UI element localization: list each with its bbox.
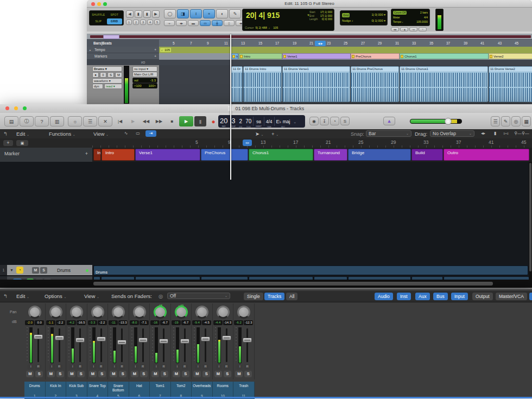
nudge-value[interactable]: 0| 1| 000 ▾ <box>372 18 386 24</box>
channel-strip[interactable]: -6.2 -12.3 I R <box>233 303 255 379</box>
fader-section[interactable] <box>108 327 129 363</box>
fader-cap[interactable] <box>222 335 231 340</box>
arrangement-marker[interactable]: PreChorus <box>201 149 248 161</box>
channel-type-filter-button[interactable]: Master/VCA <box>496 293 527 300</box>
audio-clip[interactable]: 11 Drums PreChorus <box>351 66 399 102</box>
record-enable-button[interactable]: R <box>182 364 188 369</box>
input-monitor-button[interactable]: I <box>111 364 117 369</box>
pan-knob[interactable] <box>49 306 62 319</box>
go-to-beginning-button[interactable]: |◀ <box>114 116 126 126</box>
zoom-preset-button[interactable]: 3 <box>140 20 146 25</box>
control-bar-icon[interactable]: ▥ <box>50 116 64 126</box>
edit-tool-button[interactable]: ◖ <box>216 9 228 18</box>
count-off-label[interactable]: Count Off <box>393 11 407 15</box>
mute-button[interactable]: M <box>89 371 97 377</box>
grid-value[interactable]: 1| 0| 000 ▾ <box>372 12 386 18</box>
mute-button[interactable]: M <box>68 371 75 377</box>
input-monitor-button[interactable]: I <box>69 364 75 369</box>
mute-button[interactable]: M <box>214 371 222 377</box>
record-enable-button[interactable]: R <box>161 364 167 369</box>
grid-label[interactable]: Grid <box>342 13 350 17</box>
drag-selector[interactable]: No Overlap⌄ <box>430 130 474 137</box>
mute-button[interactable]: M <box>235 371 243 377</box>
solo-button[interactable]: S <box>140 371 148 377</box>
audio-clip[interactable]: 11 Drums Intro <box>243 66 282 102</box>
grid-mode-button[interactable]: GRID <box>107 18 123 24</box>
channel-strip[interactable]: -11 -13.3 I R <box>108 303 129 379</box>
horizontal-scrollbar[interactable] <box>0 280 532 288</box>
mute-button[interactable]: M <box>151 371 159 377</box>
playhead[interactable] <box>230 34 231 180</box>
control-bar-icon[interactable]: ⓘ <box>20 116 34 126</box>
fader-section[interactable] <box>150 327 170 363</box>
edit-tool-small-button[interactable]: ▭ <box>200 20 211 26</box>
arrangement-marker[interactable]: Turnaround <box>314 149 347 161</box>
edit-tool-small-button[interactable]: ╫ <box>212 20 223 26</box>
input-monitor-button[interactable]: I <box>49 364 55 369</box>
channel-type-filter-button[interactable]: MIDI <box>529 293 532 300</box>
channel-type-filter-button[interactable]: Audio <box>375 293 393 300</box>
mute-button[interactable]: M <box>173 371 180 377</box>
master-volume-slider[interactable] <box>410 119 462 124</box>
track-volume-readout[interactable]: vol -3.3 <box>132 78 157 83</box>
edit-tool-button[interactable]: ◨ <box>177 9 189 18</box>
bars-ruler[interactable]: 591317212529333741454953 <box>92 138 532 148</box>
fader-section[interactable] <box>171 327 192 363</box>
fader-cap[interactable] <box>55 335 64 340</box>
browser-toggle-icon[interactable]: ▦ <box>522 116 531 126</box>
mute-button[interactable]: M <box>131 371 138 377</box>
browser-toggle-icon[interactable]: ☰ <box>491 116 500 126</box>
channel-strip[interactable]: -4.4 -14.3 I R <box>213 303 234 379</box>
pt-marker[interactable]: Chorus1 <box>400 53 489 59</box>
channel-strip[interactable]: -3.3 -2.2 I R <box>87 303 109 379</box>
midi-merge-button[interactable]: ↝ <box>409 27 417 31</box>
fader-section[interactable] <box>66 327 87 363</box>
horizontal-zoom-icon[interactable]: ▹◃ <box>501 130 511 137</box>
vertical-zoom-icon[interactable]: ▮ <box>490 130 501 137</box>
input-monitor-button[interactable]: ≡ <box>100 72 106 78</box>
fader-section[interactable] <box>46 327 66 363</box>
channel-strip[interactable]: -1.1 -2.2 I R <box>46 303 67 379</box>
pan-knob[interactable] <box>237 306 250 319</box>
pt-collapsed-region[interactable] <box>90 35 531 38</box>
channel-type-filter-button[interactable]: Bus <box>433 293 448 300</box>
zoom-arrow-button[interactable]: ◀ <box>126 10 134 18</box>
power-icon[interactable]: ◎ <box>159 293 163 299</box>
scrollbar-thumb[interactable] <box>93 282 493 286</box>
browser-toggle-icon[interactable]: ✎ <box>501 116 510 126</box>
dyn-selector[interactable]: dyn <box>92 84 103 89</box>
pan-knob[interactable] <box>28 306 41 319</box>
channel-type-filter-button[interactable]: Aux <box>415 293 430 300</box>
add-track-button[interactable]: + <box>3 140 13 146</box>
solo-button[interactable]: S <box>202 371 210 377</box>
tempo-event[interactable]: ♩105 <box>160 48 171 52</box>
zoom-preset-button[interactable]: 4 <box>147 20 153 25</box>
input-monitor-button[interactable]: I <box>153 364 159 369</box>
record-enable-button[interactable]: R <box>56 364 62 369</box>
metronome-button[interactable]: ◂● <box>391 27 399 31</box>
channel-strip[interactable]: -8.0 -7.1 I R <box>129 303 150 379</box>
fader-cap[interactable] <box>138 338 148 343</box>
pt-marker[interactable]: Verse1 <box>282 53 351 59</box>
zoom-sliders[interactable]: ⚲—⚲— <box>514 130 530 137</box>
solo-button[interactable]: S <box>107 72 114 78</box>
catch-playhead-icon[interactable]: ⇥ <box>145 130 156 137</box>
count-in-button[interactable]: ◦▲ <box>400 27 408 31</box>
disclosure-triangle-icon[interactable]: ▸ <box>90 47 91 53</box>
fader-section[interactable] <box>87 327 108 363</box>
vertical-scrollbar[interactable] <box>529 162 532 280</box>
edit-menu[interactable]: Edit ⌄ <box>16 131 29 137</box>
solo-button[interactable]: S <box>182 371 189 377</box>
mixer-scope-button[interactable]: All <box>286 293 297 300</box>
solo-button[interactable]: S <box>224 371 231 377</box>
view-toggle-icon[interactable]: ☰ <box>83 116 97 126</box>
control-bar-icon[interactable]: ▤ <box>4 116 18 126</box>
zoom-preset-button[interactable]: 5 <box>154 20 160 25</box>
zoom-preset-button[interactable]: 1 <box>126 20 132 25</box>
pan-knob[interactable] <box>70 306 83 319</box>
pt-marker[interactable]: PreChorus <box>351 53 400 59</box>
record-enable-button[interactable]: R <box>98 364 104 369</box>
duplicate-track-button[interactable]: ▣ <box>16 140 28 146</box>
volume-slider-thumb[interactable] <box>445 118 452 125</box>
arrangement-marker[interactable]: Intro <box>102 149 135 161</box>
